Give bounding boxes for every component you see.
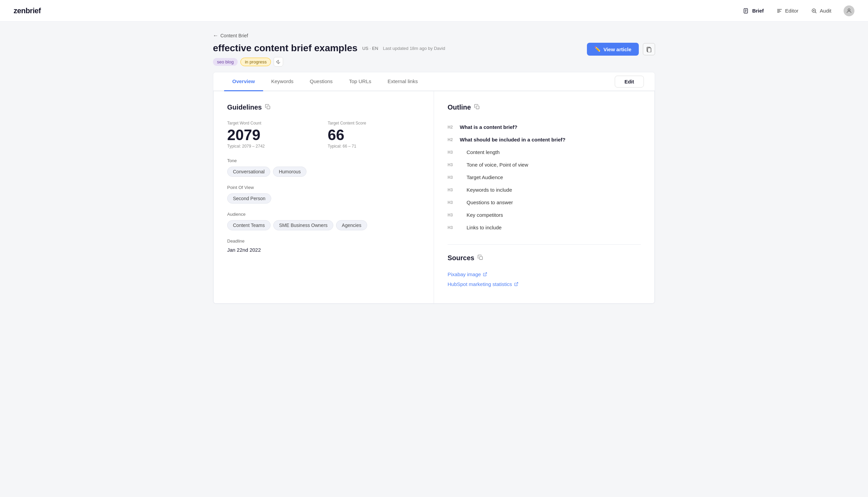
tabs: Overview Keywords Questions Top URLs Ext… — [224, 72, 426, 90]
tabs-row: Overview Keywords Questions Top URLs Ext… — [213, 72, 655, 91]
svg-rect-16 — [267, 106, 270, 109]
svg-rect-18 — [480, 256, 483, 259]
outline-scroll[interactable]: H2 What is a content brief? H2 What shou… — [447, 121, 641, 236]
outline-item-5: H3 Target Audience — [447, 171, 641, 184]
svg-line-9 — [815, 12, 816, 13]
article-title: effective content brief examples — [213, 43, 357, 54]
sources-title: Sources — [447, 254, 641, 262]
external-link-icon-2 — [514, 282, 518, 286]
svg-rect-15 — [648, 48, 651, 52]
outline-item-9: H3 Links to include — [447, 221, 641, 234]
audit-icon — [811, 8, 818, 14]
guidelines-metrics: Target Word Count 2079 Typical: 2079 – 2… — [227, 121, 420, 148]
pencil-icon: ✏️ — [594, 46, 601, 52]
outline-item-4: H3 Tone of voice, Point of view — [447, 158, 641, 171]
breadcrumb[interactable]: ← Content Brief — [213, 32, 655, 39]
tab-questions[interactable]: Questions — [302, 72, 341, 91]
navbar: zenbrief Brief Edi — [0, 0, 868, 22]
outline-item-6: H3 Keywords to include — [447, 184, 641, 196]
pov-section: Point Of View Second Person — [227, 185, 420, 203]
tone-section: Tone Conversational Humorous — [227, 158, 420, 177]
tabs-section: Overview Keywords Questions Top URLs Ext… — [213, 72, 655, 304]
doc-copy-button[interactable] — [643, 43, 655, 55]
svg-rect-17 — [476, 106, 479, 109]
h-tag-3: H3 — [447, 149, 455, 155]
last-updated: Last updated 18m ago by David — [383, 46, 445, 51]
target-word-count: Target Word Count 2079 Typical: 2079 – 2… — [227, 121, 320, 148]
svg-point-12 — [848, 9, 850, 11]
source-pixabay-label: Pixabay image — [447, 271, 481, 277]
pov-chip-second-person: Second Person — [227, 193, 271, 203]
editor-icon — [776, 8, 783, 14]
app-logo: zenbrief — [14, 6, 41, 15]
pov-label: Point Of View — [227, 185, 420, 190]
outline-item-1: H2 What is a content brief? — [447, 121, 641, 133]
sources-title-text: Sources — [447, 254, 474, 262]
audience-chip-agencies: Agencies — [336, 220, 367, 230]
tag-in-progress: in progress — [240, 58, 271, 66]
audience-label: Audience — [227, 212, 420, 217]
tag-seo-blog: seo blog — [213, 58, 238, 66]
svg-line-19 — [485, 273, 487, 275]
main-grid: Guidelines Target Word Count 2079 Typica… — [213, 91, 655, 304]
outline-title-text: Outline — [447, 103, 471, 111]
user-avatar[interactable] — [843, 5, 854, 16]
source-link-pixabay[interactable]: Pixabay image — [447, 271, 641, 277]
h-tag-2: H2 — [447, 137, 455, 142]
nav-brief[interactable]: Brief — [743, 8, 764, 14]
sources-section: Sources Pixabay image — [447, 244, 641, 287]
tab-keywords[interactable]: Keywords — [263, 72, 302, 91]
outline-text-4: Tone of voice, Point of view — [460, 162, 528, 168]
guidelines-panel: Guidelines Target Word Count 2079 Typica… — [214, 91, 434, 303]
outline-item-7: H3 Questions to answer — [447, 196, 641, 209]
page-content: ← Content Brief effective content brief … — [197, 22, 671, 315]
outline-text-8: Key competitors — [460, 212, 503, 218]
nav-audit[interactable]: Audit — [811, 8, 832, 14]
brief-icon — [743, 8, 750, 14]
outline-copy-icon[interactable] — [474, 104, 480, 111]
source-hubspot-label: HubSpot marketing statistics — [447, 281, 512, 287]
outline-text-1: What is a content brief? — [460, 124, 517, 130]
outline-list: H2 What is a content brief? H2 What shou… — [447, 121, 641, 234]
guidelines-copy-icon[interactable] — [265, 104, 270, 111]
sources-copy-icon[interactable] — [478, 255, 483, 261]
tag-add-icon[interactable] — [274, 57, 283, 67]
view-article-button[interactable]: ✏️ View article — [587, 43, 639, 56]
h-tag-7: H3 — [447, 199, 455, 205]
tone-chip-conversational: Conversational — [227, 167, 270, 177]
nav-editor[interactable]: Editor — [776, 8, 798, 14]
audience-chip-content-teams: Content Teams — [227, 220, 270, 230]
tone-chip-humorous: Humorous — [273, 167, 307, 177]
tab-top-urls[interactable]: Top URLs — [341, 72, 379, 91]
word-count-typical: Typical: 2079 – 2742 — [227, 144, 320, 148]
tone-chips: Conversational Humorous — [227, 167, 420, 177]
outline-text-9: Links to include — [460, 225, 501, 230]
header-left: effective content brief examples US · EN… — [213, 43, 445, 67]
deadline-section: Deadline Jan 22nd 2022 — [227, 239, 420, 253]
outline-panel: Outline H2 What is a content brief? — [434, 91, 654, 303]
outline-title: Outline — [447, 103, 641, 111]
tone-label: Tone — [227, 158, 420, 163]
word-count-label: Target Word Count — [227, 121, 320, 126]
source-link-hubspot[interactable]: HubSpot marketing statistics — [447, 281, 641, 287]
pov-chips: Second Person — [227, 193, 420, 203]
breadcrumb-label: Content Brief — [220, 33, 248, 38]
page-title: effective content brief examples US · EN… — [213, 43, 445, 54]
header-right: ✏️ View article — [587, 43, 655, 56]
outline-text-3: Content length — [460, 149, 500, 155]
tab-overview[interactable]: Overview — [224, 72, 263, 91]
audience-chips: Content Teams SME Business Owners Agenci… — [227, 220, 420, 230]
audience-section: Audience Content Teams SME Business Owne… — [227, 212, 420, 230]
outline-text-6: Keywords to include — [460, 187, 512, 193]
h-tag-9: H3 — [447, 225, 455, 230]
h-tag-5: H3 — [447, 174, 455, 180]
locale-badge: US · EN — [362, 46, 378, 51]
outline-text-2: What should be included in a content bri… — [460, 137, 565, 142]
tab-external-links[interactable]: External links — [379, 72, 426, 91]
guidelines-title-text: Guidelines — [227, 103, 262, 111]
nav-audit-label: Audit — [820, 8, 832, 14]
svg-line-20 — [516, 283, 518, 285]
guidelines-title: Guidelines — [227, 103, 420, 111]
view-article-label: View article — [604, 46, 631, 52]
edit-button[interactable]: Edit — [615, 76, 644, 87]
